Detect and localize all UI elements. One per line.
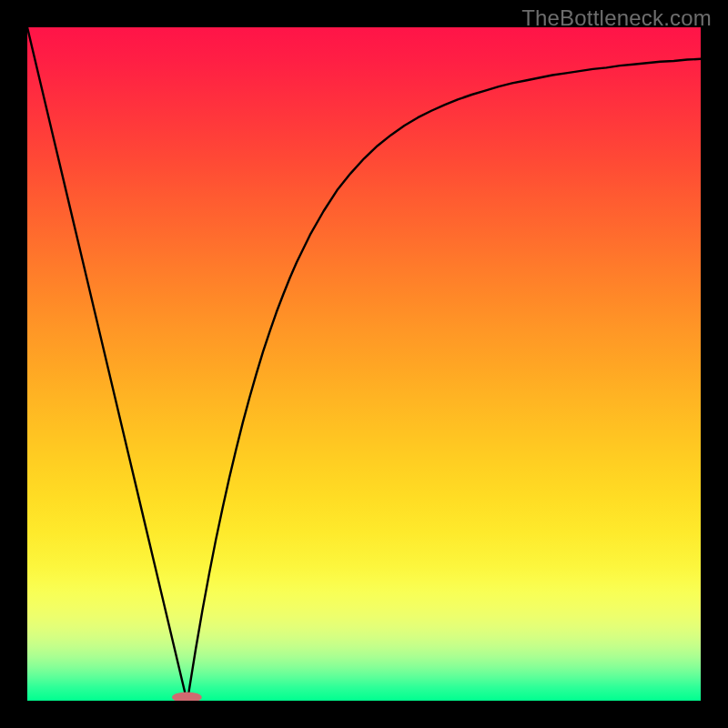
watermark-label: TheBottleneck.com [521, 5, 712, 31]
chart-frame: TheBottleneck.com [0, 0, 728, 728]
chart-background [27, 27, 701, 701]
bottleneck-chart [0, 0, 728, 728]
